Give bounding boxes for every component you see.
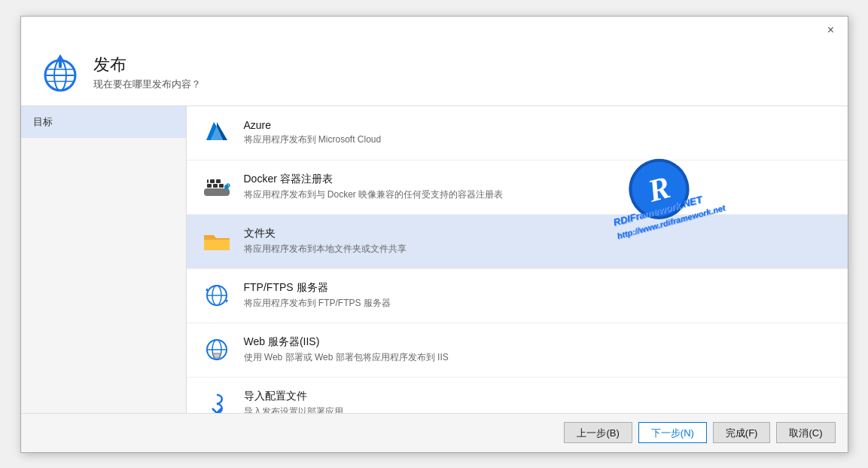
folder-icon (202, 226, 232, 256)
import-description: 导入发布设置以部署应用 (244, 405, 343, 413)
close-button[interactable]: × (822, 21, 840, 39)
publish-dialog: × 发布 现在要在哪里发布内容？ 目标 (20, 16, 848, 453)
publish-targets-list: Azure 将应用程序发布到 Microsoft Cloud (187, 106, 848, 413)
dialog-footer: 上一步(B) 下一步(N) 完成(F) 取消(C) (21, 413, 848, 452)
ftp-item-text: FTP/FTPS 服务器 将应用程序发布到 FTP/FTPS 服务器 (244, 281, 391, 310)
svg-rect-14 (216, 179, 221, 183)
sidebar: 目标 (21, 106, 187, 413)
import-name: 导入配置文件 (244, 390, 343, 403)
list-item-import[interactable]: 导入配置文件 导入发布设置以部署应用 (187, 378, 848, 413)
list-item-folder[interactable]: 文件夹 将应用程序发布到本地文件夹或文件共享 (187, 215, 848, 269)
dialog-title: 发布 (93, 54, 201, 76)
list-item-ftp[interactable]: FTP/FTPS 服务器 将应用程序发布到 FTP/FTPS 服务器 (187, 269, 848, 323)
folder-item-text: 文件夹 将应用程序发布到本地文件夹或文件共享 (244, 227, 407, 255)
docker-icon (202, 172, 232, 202)
cancel-button[interactable]: 取消(C) (776, 422, 835, 443)
azure-name: Azure (244, 119, 382, 131)
svg-rect-12 (219, 184, 224, 188)
back-button[interactable]: 上一步(B) (564, 422, 632, 443)
iis-icon (202, 335, 232, 365)
azure-description: 将应用程序发布到 Microsoft Cloud (244, 133, 382, 146)
title-bar: × (21, 17, 848, 44)
svg-rect-11 (213, 184, 218, 188)
list-item-docker[interactable]: Docker 容器注册表 将应用程序发布到与 Docker 映像兼容的任何受支持… (187, 161, 848, 215)
ftp-description: 将应用程序发布到 FTP/FTPS 服务器 (244, 297, 391, 310)
svg-rect-24 (215, 354, 219, 357)
svg-point-16 (224, 185, 229, 189)
dialog-subtitle: 现在要在哪里发布内容？ (93, 78, 201, 91)
svg-marker-5 (56, 54, 65, 68)
svg-rect-15 (207, 179, 209, 183)
folder-description: 将应用程序发布到本地文件夹或文件共享 (244, 243, 407, 255)
ftp-icon (202, 280, 232, 310)
folder-name: 文件夹 (244, 227, 407, 240)
list-item-azure[interactable]: Azure 将应用程序发布到 Microsoft Cloud (187, 106, 848, 161)
sidebar-item-target[interactable]: 目标 (21, 106, 186, 138)
azure-icon (202, 118, 232, 148)
iis-item-text: Web 服务器(IIS) 使用 Web 部署或 Web 部署包将应用程序发布到 … (244, 335, 449, 364)
svg-rect-9 (204, 188, 230, 196)
import-icon (202, 389, 232, 413)
list-item-iis[interactable]: Web 服务器(IIS) 使用 Web 部署或 Web 部署包将应用程序发布到 … (187, 323, 848, 378)
docker-item-text: Docker 容器注册表 将应用程序发布到与 Docker 映像兼容的任何受支持… (244, 173, 504, 201)
svg-rect-10 (207, 184, 212, 188)
dialog-title-area: 发布 现在要在哪里发布内容？ (93, 54, 201, 91)
next-button[interactable]: 下一步(N) (638, 422, 707, 443)
iis-description: 使用 Web 部署或 Web 部署包将应用程序发布到 IIS (244, 351, 449, 364)
main-area: Azure 将应用程序发布到 Microsoft Cloud (187, 106, 848, 413)
docker-name: Docker 容器注册表 (244, 173, 504, 186)
iis-name: Web 服务器(IIS) (244, 335, 449, 349)
azure-item-text: Azure 将应用程序发布到 Microsoft Cloud (244, 119, 382, 146)
import-item-text: 导入配置文件 导入发布设置以部署应用 (244, 390, 343, 413)
finish-button[interactable]: 完成(F) (713, 422, 771, 443)
ftp-name: FTP/FTPS 服务器 (244, 281, 391, 295)
content-area: 目标 Azure 将应用程序发布到 Microsoft Cl (21, 106, 848, 413)
svg-rect-13 (210, 179, 215, 183)
publish-icon (39, 51, 81, 93)
docker-description: 将应用程序发布到与 Docker 映像兼容的任何受支持的容器注册表 (244, 188, 504, 201)
dialog-header: 发布 现在要在哪里发布内容？ (21, 44, 848, 106)
